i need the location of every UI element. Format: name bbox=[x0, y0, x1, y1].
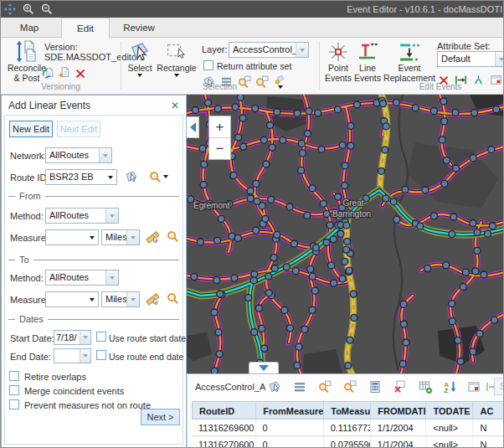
chevron-down-icon[interactable] bbox=[80, 349, 90, 363]
attribute-window-icon[interactable] bbox=[467, 380, 481, 394]
column-header[interactable]: TODATE bbox=[426, 402, 473, 419]
select-route-icon[interactable] bbox=[125, 170, 138, 183]
start-date-input[interactable]: 7/18/ bbox=[54, 330, 91, 345]
app-title: Event Editor - v10.6.1 - docMassDOTI bbox=[347, 4, 502, 14]
chevron-down-icon[interactable] bbox=[126, 292, 139, 306]
from-method-select[interactable]: AllRoutes bbox=[45, 208, 119, 224]
to-units-select[interactable]: Miles bbox=[101, 291, 140, 307]
event-replacement-icon bbox=[397, 41, 422, 63]
new-edit-button[interactable]: New Edit bbox=[9, 121, 53, 137]
zoom-out-tool-icon[interactable] bbox=[40, 3, 54, 16]
return-attribute-set-label: Return attribute set bbox=[217, 61, 291, 71]
tab-edit[interactable]: Edit bbox=[61, 18, 110, 39]
column-header[interactable]: FromMeasure bbox=[256, 402, 324, 419]
add-record-icon[interactable] bbox=[419, 380, 432, 394]
use-route-end-date-label: Use route end date bbox=[109, 352, 183, 362]
chevron-down-icon[interactable] bbox=[105, 270, 118, 285]
use-route-end-date-checkbox[interactable] bbox=[96, 350, 106, 360]
zoom-in-tool-icon[interactable] bbox=[22, 3, 35, 16]
column-header[interactable]: FROMDATE bbox=[371, 402, 426, 419]
chevron-down-icon[interactable] bbox=[126, 230, 139, 245]
tab-review[interactable]: Review bbox=[116, 18, 162, 38]
return-attribute-set-checkbox[interactable] bbox=[203, 60, 213, 70]
zoom-to-route-icon[interactable] bbox=[149, 170, 171, 183]
measure-on-map-icon[interactable] bbox=[146, 292, 159, 306]
chevron-down-icon[interactable] bbox=[85, 230, 98, 245]
delete-selected-icon[interactable] bbox=[393, 380, 407, 394]
select-button[interactable]: Select bbox=[124, 40, 156, 77]
prevent-measures-checkbox[interactable] bbox=[9, 399, 19, 409]
select-icon bbox=[129, 40, 152, 63]
group-label-versioning: Versioning bbox=[1, 82, 121, 91]
chevron-down-icon[interactable] bbox=[85, 292, 98, 306]
version-changes-icon[interactable] bbox=[41, 66, 55, 80]
field-calculator-icon[interactable] bbox=[368, 380, 382, 394]
chevron-down-icon bbox=[259, 365, 269, 371]
zoom-in-button[interactable]: + bbox=[209, 116, 230, 138]
panel-title: Add Linear Events bbox=[8, 100, 90, 111]
to-measure-input[interactable] bbox=[45, 291, 99, 307]
chevron-down-icon[interactable] bbox=[105, 209, 118, 223]
delete-version-icon[interactable] bbox=[73, 66, 87, 80]
column-header[interactable]: AC bbox=[473, 402, 504, 419]
map-view[interactable]: Egremont Great Barrington + − bbox=[187, 95, 504, 373]
close-icon[interactable]: ✕ bbox=[171, 100, 179, 111]
new-version-icon[interactable] bbox=[57, 66, 71, 80]
pan-icon[interactable] bbox=[3, 3, 17, 16]
rectangle-select-icon bbox=[166, 40, 188, 63]
to-section-divider: To bbox=[8, 255, 179, 265]
next-edit-button[interactable]: Next Edit bbox=[57, 121, 100, 137]
ribbon-tabs: Map Edit Review bbox=[1, 18, 504, 38]
to-method-select[interactable]: AllRoutes bbox=[45, 270, 119, 286]
event-replacement-button[interactable]: Event Replacement bbox=[384, 41, 435, 84]
line-events-icon bbox=[357, 41, 378, 63]
use-route-start-date-checkbox[interactable] bbox=[96, 332, 106, 342]
zoom-to-selected-icon[interactable] bbox=[318, 380, 332, 394]
zoom-to-measure-icon[interactable] bbox=[167, 230, 180, 244]
version-label: Version: bbox=[44, 42, 78, 52]
sort-az-icon[interactable] bbox=[444, 380, 457, 394]
point-events-button[interactable]: Point Events bbox=[322, 41, 354, 84]
merge-coincident-label: Merge coincident events bbox=[24, 386, 124, 396]
select-features-icon[interactable] bbox=[268, 380, 281, 394]
layer-select[interactable]: AccessControl_A bbox=[229, 42, 309, 58]
column-header[interactable]: RouteID bbox=[193, 402, 256, 419]
measure-on-map-icon[interactable] bbox=[146, 230, 159, 244]
collapse-panel-button[interactable] bbox=[187, 116, 199, 138]
place-label-egremont: Egremont bbox=[193, 201, 230, 210]
attribute-table: RouteID FromMeasure ToMeasure FROMDATE T… bbox=[192, 401, 504, 448]
from-units-select[interactable]: Miles bbox=[101, 229, 140, 245]
save-button[interactable]: S bbox=[494, 378, 504, 395]
next-button[interactable]: Next > bbox=[141, 409, 180, 425]
route-id-select[interactable]: BSR23 EB bbox=[45, 169, 117, 185]
table-row[interactable]: 11316269600 0 0.1116773 1/1/2004 <null> … bbox=[192, 420, 504, 436]
merge-coincident-checkbox[interactable] bbox=[9, 385, 19, 395]
end-date-input[interactable] bbox=[54, 348, 91, 363]
attribute-set-select[interactable]: Default bbox=[437, 51, 504, 67]
line-events-button[interactable]: Line Events bbox=[352, 41, 383, 84]
zoom-out-button[interactable]: − bbox=[209, 138, 230, 160]
table-row[interactable]: 11316270600 0 0.0795596 1/1/2004 <null> … bbox=[192, 436, 504, 448]
column-header[interactable]: ToMeasure bbox=[324, 402, 371, 419]
map-zoom-control: + − bbox=[208, 116, 231, 160]
pan-to-selected-icon[interactable] bbox=[343, 380, 357, 394]
tab-map[interactable]: Map bbox=[8, 18, 51, 38]
chevron-down-icon[interactable] bbox=[495, 52, 504, 66]
network-select[interactable]: AllRoutes bbox=[45, 147, 112, 163]
chevron-down-icon[interactable] bbox=[99, 148, 111, 162]
chevron-down-icon[interactable] bbox=[296, 43, 308, 57]
rectangle-select-button[interactable]: Rectangle bbox=[158, 40, 195, 77]
chevron-down-icon[interactable] bbox=[104, 170, 116, 184]
ribbon: Reconcile & Post Version: SDE.MASSDOT_ed… bbox=[1, 38, 504, 95]
event-editor-app: Event Editor - v10.6.1 - docMassDOTI Map… bbox=[0, 0, 504, 448]
from-measure-input[interactable] bbox=[45, 229, 99, 245]
zoom-to-measure-icon[interactable] bbox=[167, 292, 180, 306]
map-canvas[interactable]: Egremont Great Barrington bbox=[187, 95, 504, 373]
chevron-down-icon[interactable] bbox=[80, 331, 90, 344]
end-date-label: End Date: bbox=[10, 352, 51, 362]
table-options-icon[interactable] bbox=[293, 380, 306, 394]
collapse-table-button[interactable] bbox=[249, 362, 279, 373]
group-label-selection: Selection bbox=[121, 82, 319, 91]
retire-overlaps-checkbox[interactable] bbox=[9, 371, 19, 381]
group-label-edit-events: Edit Events bbox=[394, 82, 486, 91]
